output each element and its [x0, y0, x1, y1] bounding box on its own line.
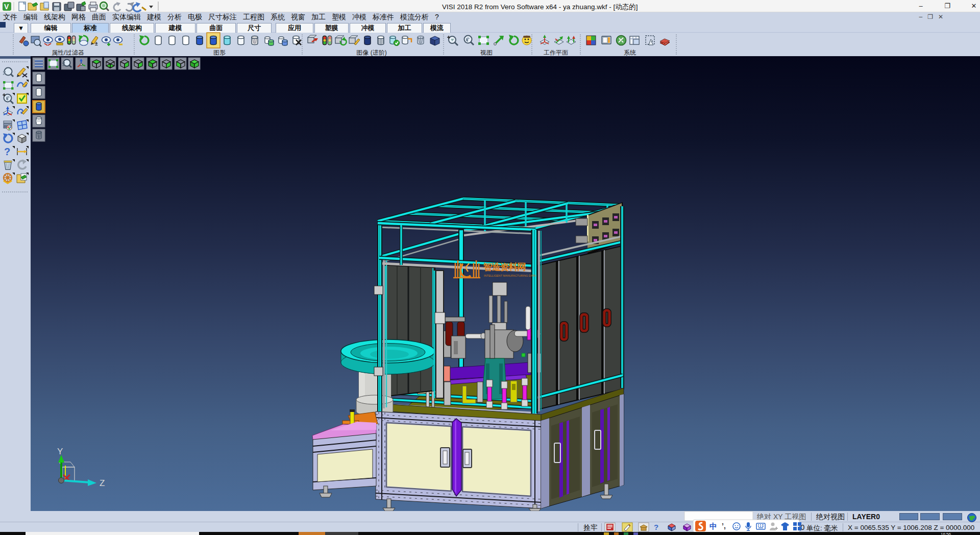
svg-text:中: 中	[709, 522, 717, 530]
svg-text:?: ?	[4, 146, 10, 157]
svg-text:智造资料网: 智造资料网	[483, 262, 526, 272]
svg-text:’,: ’,	[722, 522, 726, 530]
svg-text:?: ?	[654, 523, 658, 531]
svg-text:Z: Z	[100, 478, 105, 488]
svg-text:Y: Y	[57, 447, 63, 456]
svg-text:INTELLIGENT MANUFACTURING DATA: INTELLIGENT MANUFACTURING DATA	[484, 274, 536, 277]
